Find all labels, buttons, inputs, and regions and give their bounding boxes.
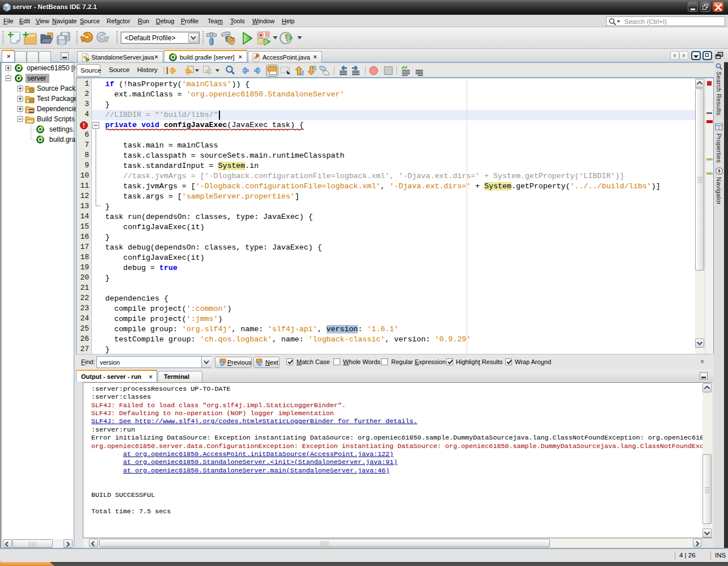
svg-text:!: ! [83,122,85,129]
